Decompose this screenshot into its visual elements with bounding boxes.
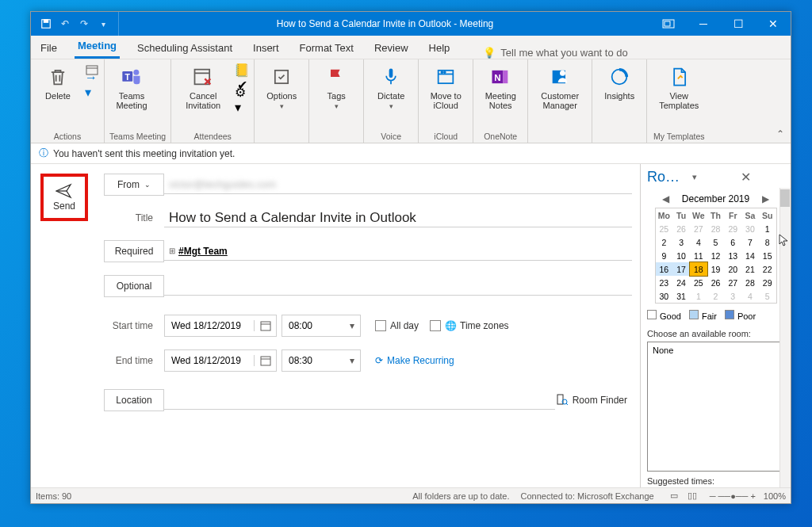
menu-review[interactable]: Review [371, 39, 412, 59]
cal-day[interactable]: 27 [724, 276, 741, 289]
all-day-checkbox[interactable] [375, 320, 386, 331]
caret-down-icon[interactable]: ▾ [344, 320, 360, 331]
minimize-button[interactable]: ─ [686, 12, 721, 36]
cal-day[interactable]: 4 [741, 289, 759, 303]
required-field[interactable]: ⊞ #Mgt Team [164, 242, 632, 261]
menu-file[interactable]: File [37, 39, 60, 59]
cal-day[interactable]: 5 [707, 235, 725, 249]
cal-day[interactable]: 8 [759, 235, 776, 249]
options-button[interactable]: Options ▾ [259, 63, 304, 110]
calendar-picker-icon[interactable] [254, 320, 276, 331]
cal-day[interactable]: 26 [707, 276, 725, 289]
cal-day[interactable]: 4 [690, 235, 707, 249]
menu-meeting[interactable]: Meeting [75, 36, 120, 59]
menu-help[interactable]: Help [426, 39, 454, 59]
cal-day[interactable]: 13 [724, 249, 741, 262]
room-finder-button[interactable]: Room Finder [555, 393, 627, 408]
cal-day[interactable]: 21 [741, 262, 759, 276]
cal-day[interactable]: 18 [690, 262, 707, 276]
cal-day[interactable]: 7 [741, 235, 759, 249]
cal-day[interactable]: 25 [690, 276, 707, 289]
cal-day[interactable]: 19 [707, 262, 725, 276]
cal-day[interactable]: 11 [690, 249, 707, 262]
end-date-input[interactable]: Wed 18/12/2019 [164, 349, 277, 372]
start-time-input[interactable]: 08:00 ▾ [282, 315, 361, 337]
cal-day[interactable]: 14 [741, 249, 759, 262]
customer-manager-button[interactable]: Customer Manager [533, 63, 587, 110]
timezones-checkbox[interactable] [430, 320, 441, 331]
cal-day[interactable]: 16 [656, 262, 673, 276]
cal-day[interactable]: 10 [672, 249, 690, 262]
teams-meeting-button[interactable]: T Teams Meeting [109, 63, 154, 110]
menu-insert[interactable]: Insert [250, 39, 282, 59]
save-icon[interactable] [40, 18, 52, 29]
zoom-slider[interactable]: ─ ──●── + [710, 491, 756, 501]
tell-me-search[interactable]: 💡 Tell me what you want to do [483, 47, 627, 59]
cal-day[interactable]: 31 [672, 289, 690, 303]
cal-day[interactable]: 23 [656, 276, 673, 289]
calendar-picker-icon[interactable] [254, 355, 276, 366]
cal-day[interactable]: 12 [707, 249, 725, 262]
optional-button[interactable]: Optional [104, 275, 164, 297]
view-normal-icon[interactable]: ▭ [670, 491, 678, 501]
cancel-invitation-button[interactable]: Cancel Invitation [176, 63, 230, 110]
cal-day[interactable]: 22 [759, 262, 776, 276]
required-button[interactable]: Required [104, 240, 164, 262]
cal-day[interactable]: 28 [707, 222, 725, 235]
cal-day[interactable]: 2 [656, 235, 673, 249]
close-button[interactable]: ✕ [756, 12, 791, 36]
cal-day[interactable]: 6 [724, 235, 741, 249]
cal-day[interactable]: 1 [690, 289, 707, 303]
panel-close-button[interactable]: ✕ [737, 170, 784, 185]
dictate-button[interactable]: Dictate ▾ [369, 63, 413, 110]
cal-day[interactable]: 29 [759, 276, 776, 289]
cal-day[interactable]: 9 [656, 249, 673, 262]
expand-group-icon[interactable]: ⊞ [169, 246, 175, 255]
cal-day[interactable]: 3 [672, 235, 690, 249]
move-to-icloud-button[interactable]: Move to iCloud [423, 63, 468, 110]
cal-day[interactable]: 17 [672, 262, 690, 276]
start-date-input[interactable]: Wed 18/12/2019 [164, 315, 277, 337]
next-month-button[interactable]: ▶ [756, 193, 776, 204]
cal-day[interactable]: 20 [724, 262, 741, 276]
undo-icon[interactable]: ↶ [59, 18, 71, 29]
send-button[interactable]: Send [40, 174, 88, 221]
panel-options-icon[interactable]: ▾ [688, 172, 737, 182]
cal-day[interactable]: 5 [759, 289, 776, 303]
title-field[interactable]: How to Send a Calendar Invite in Outlook [164, 208, 632, 227]
menu-format-text[interactable]: Format Text [297, 39, 357, 59]
caret-down-icon[interactable]: ▾ [344, 355, 360, 366]
cal-day[interactable]: 29 [724, 222, 741, 235]
cal-day[interactable]: 26 [672, 222, 690, 235]
make-recurring-button[interactable]: ⟳ Make Recurring [375, 355, 454, 366]
location-field[interactable] [164, 391, 555, 410]
tablet-mode-icon[interactable] [651, 12, 686, 36]
from-field[interactable]: victor@techguides.com [164, 175, 632, 194]
view-templates-button[interactable]: View Templates [652, 63, 706, 110]
panel-scroll-thumb[interactable] [780, 189, 790, 207]
cal-day[interactable]: 28 [741, 276, 759, 289]
cal-day[interactable]: 2 [707, 289, 725, 303]
cal-day[interactable]: 24 [672, 276, 690, 289]
cal-day[interactable]: 1 [759, 222, 776, 235]
from-button[interactable]: From ⌄ [104, 174, 164, 196]
cal-day[interactable]: 3 [724, 289, 741, 303]
cal-day[interactable]: 30 [741, 222, 759, 235]
cal-day[interactable]: 15 [759, 249, 776, 262]
mini-calendar[interactable]: MoTuWeThFrSaSu 2526272829301234567891011… [655, 208, 777, 304]
meeting-notes-button[interactable]: N Meeting Notes [478, 63, 523, 110]
cal-day[interactable]: 25 [656, 222, 673, 235]
redo-icon[interactable]: ↷ [79, 18, 90, 29]
insights-button[interactable]: Insights [597, 63, 642, 101]
collapse-ribbon-icon[interactable]: ⌃ [776, 128, 784, 139]
optional-field[interactable] [164, 277, 632, 296]
view-reading-icon[interactable]: ▯▯ [688, 491, 697, 501]
cal-day[interactable]: 27 [690, 222, 707, 235]
location-button[interactable]: Location [104, 389, 164, 411]
cal-day[interactable]: 30 [656, 289, 673, 303]
response-options-icon[interactable]: ⚙ ▾ [235, 93, 249, 107]
available-rooms-list[interactable]: None [647, 342, 784, 472]
maximize-button[interactable]: ☐ [721, 12, 756, 36]
forward-small-icon[interactable]: → ▾ [85, 78, 99, 92]
menu-scheduling-assistant[interactable]: Scheduling Assistant [134, 39, 236, 59]
